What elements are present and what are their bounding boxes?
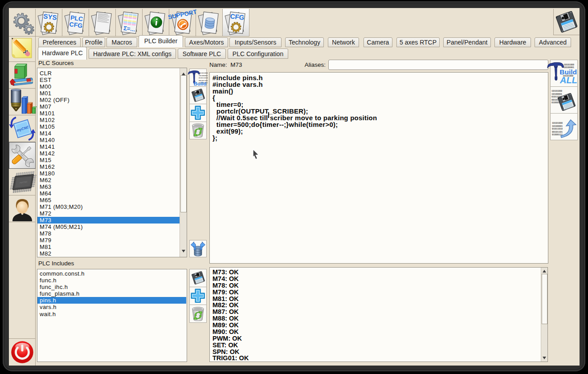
svg-text:10100001: 10100001 (552, 125, 563, 128)
svg-text:10101000: 10101000 (551, 90, 562, 93)
svg-text:01011010: 01011010 (199, 77, 208, 79)
svg-text:Build: Build (559, 68, 577, 76)
svg-text:10100001: 10100001 (199, 74, 208, 76)
svg-text:Σ=...: Σ=... (123, 24, 135, 33)
svg-text:Build: Build (194, 81, 207, 86)
svg-text:10101000: 10101000 (199, 72, 208, 74)
svg-text:10100001: 10100001 (551, 93, 562, 96)
svg-text:SYS: SYS (43, 12, 57, 21)
svg-text:01011010: 01011010 (552, 128, 563, 130)
svg-text:10101000: 10101000 (552, 122, 563, 125)
svg-text:10101000: 10101000 (564, 64, 575, 66)
svg-text:00101101: 00101101 (552, 131, 563, 134)
svg-text:ALL: ALL (559, 75, 577, 85)
